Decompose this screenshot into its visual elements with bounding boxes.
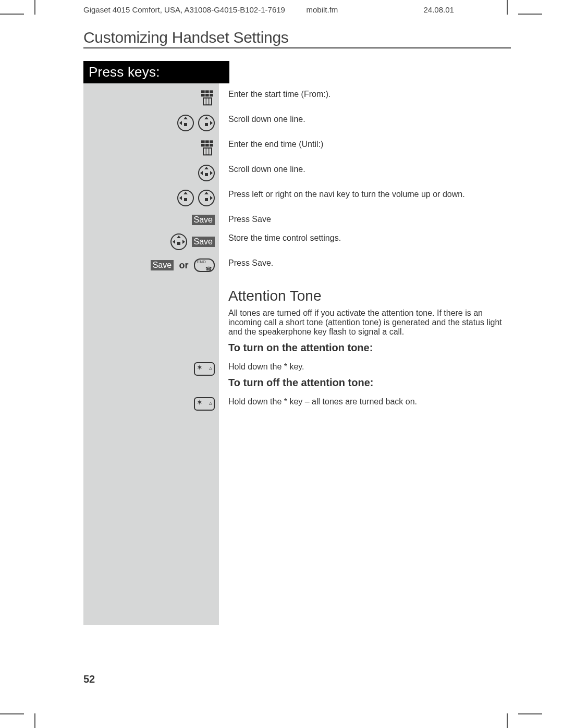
svg-rect-0 (201, 90, 205, 93)
instruction-text: Press Save. (219, 256, 511, 270)
instruction-row: Save or Press Save. (83, 256, 511, 274)
svg-rect-1 (205, 90, 209, 93)
instruction-text: Store the time control settings. (219, 231, 511, 245)
navi-key-icon (198, 165, 215, 181)
navi-key-left-icon (177, 115, 194, 131)
keypad-icon (200, 140, 215, 156)
navi-key-icon (170, 233, 187, 250)
instruction-row: Enter the start time (From:). (83, 88, 511, 108)
content-area: Press keys: Enter the start time (From:)… (83, 61, 511, 625)
star-key-icon (194, 397, 215, 411)
save-softkey-icon: Save (192, 215, 215, 225)
crop-mark (507, 713, 508, 728)
instruction-row: Scroll down one line. (83, 113, 511, 133)
attention-heading: Attention Tone (228, 288, 511, 304)
svg-rect-2 (210, 90, 213, 93)
crop-mark (0, 713, 24, 714)
svg-rect-7 (206, 98, 209, 105)
instruction-row: Hold down the * key – all tones are turn… (83, 395, 511, 413)
svg-rect-15 (206, 148, 209, 155)
instruction-text: Scroll down one line. (219, 163, 511, 176)
save-softkey-icon: Save (192, 237, 215, 247)
crop-mark (518, 14, 542, 15)
crop-mark (34, 0, 35, 15)
svg-rect-14 (203, 148, 212, 155)
header-doc-id: Gigaset 4015 Comfort, USA, A31008-G4015-… (83, 5, 307, 14)
crop-mark (507, 0, 508, 15)
header-line: Gigaset 4015 Comfort, USA, A31008-G4015-… (83, 5, 511, 14)
attention-on-label: To turn on the attention tone: (228, 342, 511, 354)
svg-rect-12 (205, 144, 209, 146)
svg-rect-11 (201, 144, 205, 146)
end-key-icon (194, 258, 215, 272)
instruction-row: Press left or right on the navi key to t… (83, 188, 511, 208)
header-date: 24.08.01 (424, 5, 506, 14)
attention-paragraph: All tones are turned off if you activate… (228, 309, 511, 337)
instruction-text: Press left or right on the navi key to t… (219, 188, 511, 201)
save-softkey-icon: Save (151, 260, 174, 270)
instruction-text: Press Save (219, 213, 511, 226)
manual-page: Gigaset 4015 Comfort, USA, A31008-G4015-… (0, 0, 563, 728)
star-key-icon (194, 362, 215, 376)
instruction-text: Enter the start time (From:). (219, 88, 511, 101)
crop-mark (0, 14, 24, 15)
svg-rect-10 (210, 140, 213, 143)
instruction-row: Save Store the time control settings. (83, 231, 511, 252)
svg-rect-5 (210, 94, 213, 96)
svg-rect-4 (205, 94, 209, 96)
instruction-text: Scroll down one line. (219, 113, 511, 126)
svg-rect-8 (201, 140, 205, 143)
svg-rect-9 (205, 140, 209, 143)
page-title: Customizing Handset Settings (83, 29, 511, 48)
header-file: mobilt.fm (307, 5, 424, 14)
instruction-row: Enter the end time (Until:) (83, 138, 511, 158)
instruction-row: Scroll down one line. (83, 163, 511, 183)
navi-key-right-icon (198, 115, 215, 131)
instruction-row: Hold down the * key. To turn off the att… (83, 360, 511, 391)
instruction-text: Hold down the * key. (228, 362, 511, 372)
attention-off-label: To turn off the attention tone: (228, 377, 511, 389)
keypad-icon (200, 90, 215, 106)
navi-key-right-icon (198, 190, 215, 206)
instruction-text: Enter the end time (Until:) (219, 138, 511, 151)
or-label: or (179, 260, 189, 271)
navi-key-left-icon (177, 190, 194, 206)
page-number: 52 (83, 673, 95, 685)
crop-mark (518, 713, 542, 714)
crop-mark (34, 713, 35, 728)
instruction-text: Hold down the * key – all tones are turn… (219, 395, 511, 409)
svg-rect-13 (210, 144, 213, 146)
press-keys-header: Press keys: (83, 61, 229, 83)
instruction-row: Save Press Save (83, 213, 511, 227)
svg-rect-6 (203, 98, 212, 105)
svg-rect-3 (201, 94, 205, 96)
section-row: Attention Tone All tones are turned off … (83, 278, 511, 356)
